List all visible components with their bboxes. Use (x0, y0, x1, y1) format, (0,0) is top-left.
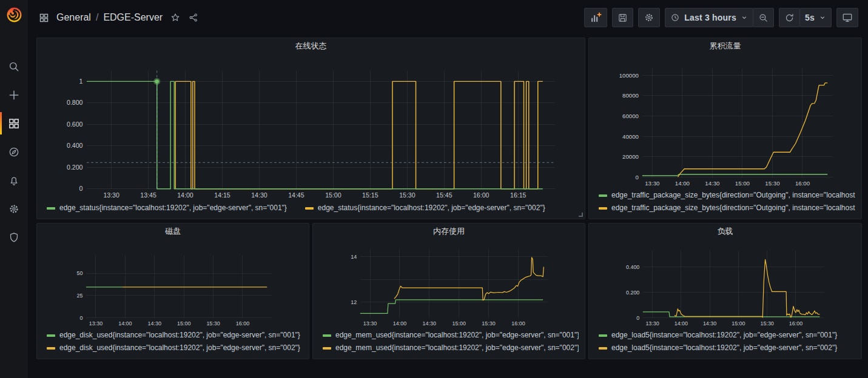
legend-series-label: edge_load5{instance="localhost:19202", j… (611, 329, 837, 342)
sidebar-item-explore[interactable] (0, 138, 28, 166)
panel-title[interactable]: 磁盘 (37, 224, 309, 239)
sidebar (0, 0, 28, 378)
svg-text:40000: 40000 (622, 133, 639, 140)
panel-legend: edge_mem_used{instance="localhost:19202"… (313, 328, 585, 359)
panel-cumulative-traffic: 累积流量 13:3014:0014:3015:0015:3016:0002000… (588, 38, 862, 219)
load-chart[interactable]: 13:3014:0014:3015:0015:3016:0000.2000.40… (591, 239, 859, 328)
svg-text:15:00: 15:00 (453, 320, 466, 327)
legend-series-label: edge_load5{instance="localhost:19202", j… (611, 342, 837, 354)
panel-legend: edge_traffic_package_size_bytes{directio… (589, 188, 861, 219)
memory-usage-chart[interactable]: 13:3014:0014:3015:0015:3016:001214 (315, 239, 582, 328)
svg-text:16:00: 16:00 (789, 320, 802, 327)
svg-text:100000: 100000 (619, 72, 639, 79)
dashboard-grid: 在线状态 13:3013:4514:0014:1514:3014:4515:00… (28, 0, 868, 378)
svg-text:15:00: 15:00 (177, 320, 190, 327)
legend-item[interactable]: edge_load5{instance="localhost:19202", j… (599, 329, 855, 342)
legend-series-label: edge_mem_used{instance="localhost:19202"… (335, 329, 579, 342)
panel-legend: edge_load5{instance="localhost:19202", j… (589, 328, 861, 359)
legend-series-swatch (47, 207, 55, 210)
legend-item[interactable]: edge_load5{instance="localhost:19202", j… (599, 342, 855, 354)
legend-item[interactable]: edge_mem_used{instance="localhost:19202"… (323, 342, 579, 354)
legend-item[interactable]: edge_traffic_package_size_bytes{directio… (599, 189, 855, 202)
svg-text:16:00: 16:00 (236, 320, 249, 327)
legend-item[interactable]: edge_disk_used{instance="localhost:19202… (47, 329, 303, 342)
series-line-green (643, 312, 820, 317)
panel-title[interactable]: 累积流量 (589, 38, 861, 54)
svg-text:14:00: 14:00 (177, 191, 193, 199)
svg-text:0.200: 0.200 (67, 164, 83, 171)
search-icon (8, 61, 20, 73)
legend-series-label: edge_status{instance="localhost:19202", … (318, 202, 545, 214)
svg-text:15:15: 15:15 (362, 191, 378, 199)
panel-online-status: 在线状态 13:3013:4514:0014:1514:3014:4515:00… (36, 38, 585, 219)
svg-text:14:00: 14:00 (118, 320, 132, 327)
panel-legend: edge_disk_used{instance="localhost:19202… (37, 328, 309, 359)
panel-resize-handle[interactable] (579, 213, 583, 217)
series-line-yellow (175, 81, 543, 188)
legend-series-swatch (323, 334, 331, 337)
svg-text:13:45: 13:45 (140, 191, 156, 199)
svg-text:14:30: 14:30 (251, 191, 267, 199)
svg-text:0: 0 (636, 174, 639, 181)
svg-text:15:45: 15:45 (436, 191, 453, 199)
svg-text:13:30: 13:30 (103, 191, 119, 199)
svg-text:15:30: 15:30 (206, 320, 220, 327)
hover-point-marker (155, 79, 159, 83)
legend-series-swatch (47, 334, 55, 337)
svg-text:13:30: 13:30 (645, 180, 659, 187)
legend-item[interactable]: edge_status{instance="localhost:19202", … (47, 202, 287, 214)
legend-series-swatch (599, 194, 607, 197)
svg-text:15:00: 15:00 (732, 320, 745, 327)
svg-text:20000: 20000 (622, 153, 639, 160)
sidebar-item-create[interactable] (0, 81, 28, 109)
series-line-yellow (394, 257, 543, 300)
svg-text:14:00: 14:00 (393, 320, 406, 327)
legend-series-swatch (599, 334, 607, 337)
svg-text:0.400: 0.400 (67, 142, 83, 149)
svg-text:60000: 60000 (622, 113, 639, 119)
panel-title[interactable]: 负载 (589, 224, 861, 239)
svg-text:15:30: 15:30 (482, 320, 495, 327)
svg-text:15:00: 15:00 (325, 191, 341, 199)
svg-text:13:30: 13:30 (645, 320, 659, 327)
svg-text:0.400: 0.400 (626, 264, 639, 270)
sidebar-item-server-admin[interactable] (0, 223, 28, 251)
legend-series-label: edge_traffic_package_size_bytes{directio… (611, 189, 855, 202)
svg-text:0: 0 (79, 315, 82, 321)
cumulative-traffic-chart[interactable]: 13:3014:0014:3015:0015:3016:000200004000… (591, 54, 859, 188)
legend-series-label: edge_status{instance="localhost:19202", … (59, 202, 287, 214)
legend-series-label: edge_traffic_package_size_bytes{directio… (611, 202, 855, 214)
legend-item[interactable]: edge_mem_used{instance="localhost:19202"… (323, 329, 579, 342)
panel-title[interactable]: 内存使用 (313, 224, 585, 239)
sidebar-item-alerting[interactable] (0, 166, 28, 194)
svg-text:14:15: 14:15 (214, 191, 230, 199)
svg-text:16:15: 16:15 (510, 191, 527, 199)
panel-title[interactable]: 在线状态 (37, 38, 585, 54)
panel-memory-usage: 内存使用 13:3014:0014:3015:0015:3016:001214 … (312, 223, 585, 359)
legend-series-label: edge_disk_used{instance="localhost:19202… (59, 329, 300, 342)
legend-item[interactable]: edge_traffic_package_size_bytes{directio… (599, 202, 855, 214)
svg-text:16:00: 16:00 (473, 191, 490, 199)
svg-text:14:30: 14:30 (423, 320, 436, 327)
disk-chart[interactable]: 13:3014:0014:3015:0015:3016:0002550 (39, 239, 306, 328)
alerting-bell-icon (8, 174, 20, 187)
svg-text:16:00: 16:00 (511, 320, 525, 327)
svg-text:14:30: 14:30 (148, 320, 161, 327)
legend-item[interactable]: edge_status{instance="localhost:19202", … (305, 202, 545, 214)
grafana-logo[interactable] (0, 0, 28, 29)
legend-item[interactable]: edge_disk_used{instance="localhost:19202… (47, 342, 303, 354)
svg-text:16:00: 16:00 (795, 180, 810, 187)
svg-text:15:30: 15:30 (399, 191, 415, 199)
sidebar-item-dashboards[interactable] (0, 109, 28, 138)
online-status-chart[interactable]: 13:3013:4514:0014:1514:3014:4515:0015:15… (39, 54, 582, 201)
legend-series-swatch (323, 347, 331, 350)
sidebar-item-configuration[interactable] (0, 194, 28, 223)
plus-icon (8, 89, 20, 101)
svg-text:14:30: 14:30 (705, 180, 719, 187)
svg-text:0: 0 (636, 315, 639, 321)
legend-series-label: edge_mem_used{instance="localhost:19202"… (335, 342, 579, 354)
svg-text:15:00: 15:00 (735, 180, 750, 187)
svg-text:50: 50 (76, 270, 82, 276)
sidebar-item-search[interactable] (0, 52, 28, 81)
dashboards-grid-icon (8, 118, 20, 130)
